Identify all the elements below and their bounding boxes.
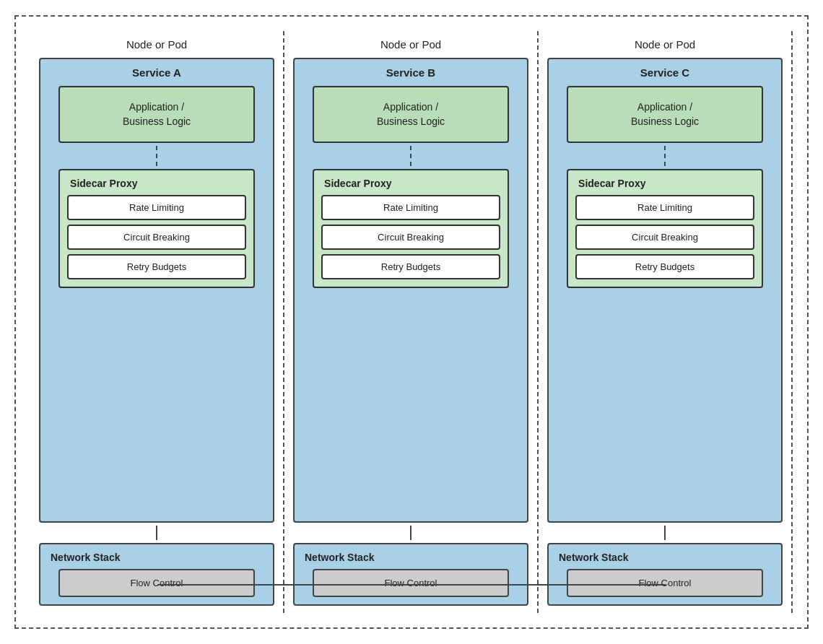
node-column-2: Node or PodService CApplication /Busines… bbox=[539, 31, 793, 613]
flow-control-box-1: Flow Control bbox=[313, 569, 509, 597]
sidecar-label-1: Sidecar Proxy bbox=[321, 178, 391, 189]
proxy-item-0-2: Retry Budgets bbox=[67, 254, 246, 279]
dashed-connector-1 bbox=[410, 146, 412, 166]
network-label-1: Network Stack bbox=[302, 552, 374, 563]
app-logic-box-2: Application /Business Logic bbox=[567, 86, 763, 143]
solid-connector-1 bbox=[410, 526, 412, 540]
app-logic-box-1: Application /Business Logic bbox=[313, 86, 509, 143]
node-label-2: Node or Pod bbox=[635, 38, 695, 51]
node-column-0: Node or PodService AApplication /Busines… bbox=[30, 31, 284, 613]
sidecar-box-0: Sidecar ProxyRate LimitingCircuit Breaki… bbox=[58, 169, 255, 288]
proxy-item-2-1: Circuit Breaking bbox=[575, 225, 754, 250]
network-box-2: Network StackFlow Control bbox=[547, 543, 783, 606]
proxy-item-2-2: Retry Budgets bbox=[575, 254, 754, 279]
network-box-1: Network StackFlow Control bbox=[293, 543, 528, 606]
dashed-connector-0 bbox=[156, 146, 157, 166]
proxy-item-1-0: Rate Limiting bbox=[321, 195, 500, 220]
sidecar-box-1: Sidecar ProxyRate LimitingCircuit Breaki… bbox=[313, 169, 509, 288]
node-column-1: Node or PodService BApplication /Busines… bbox=[284, 31, 539, 613]
service-box-1: Service BApplication /Business LogicSide… bbox=[293, 58, 528, 523]
proxy-item-0-1: Circuit Breaking bbox=[67, 225, 246, 250]
sidecar-label-0: Sidecar Proxy bbox=[67, 178, 137, 189]
node-label-1: Node or Pod bbox=[380, 38, 441, 51]
service-box-2: Service CApplication /Business LogicSide… bbox=[547, 58, 783, 523]
sidecar-box-2: Sidecar ProxyRate LimitingCircuit Breaki… bbox=[567, 169, 763, 288]
solid-connector-2 bbox=[664, 526, 666, 540]
app-logic-box-0: Application /Business Logic bbox=[58, 86, 255, 143]
service-label-0: Service A bbox=[132, 66, 181, 79]
flow-control-box-2: Flow Control bbox=[567, 569, 763, 597]
proxy-item-2-0: Rate Limiting bbox=[575, 195, 754, 220]
columns-wrapper: Node or PodService AApplication /Busines… bbox=[30, 31, 793, 613]
proxy-item-1-1: Circuit Breaking bbox=[321, 225, 500, 250]
flow-control-box-0: Flow Control bbox=[58, 569, 255, 597]
solid-connector-0 bbox=[156, 526, 157, 540]
service-label-1: Service B bbox=[386, 66, 435, 79]
service-label-2: Service C bbox=[640, 66, 689, 79]
diagram-outer: Node or PodService AApplication /Busines… bbox=[14, 15, 809, 629]
proxy-item-0-0: Rate Limiting bbox=[67, 195, 246, 220]
network-label-2: Network Stack bbox=[556, 552, 628, 563]
dashed-connector-2 bbox=[664, 146, 666, 166]
network-label-0: Network Stack bbox=[48, 552, 120, 563]
sidecar-label-2: Sidecar Proxy bbox=[575, 178, 645, 189]
proxy-item-1-2: Retry Budgets bbox=[321, 254, 500, 279]
node-label-0: Node or Pod bbox=[126, 38, 187, 51]
network-box-0: Network StackFlow Control bbox=[39, 543, 274, 606]
service-box-0: Service AApplication /Business LogicSide… bbox=[39, 58, 274, 523]
